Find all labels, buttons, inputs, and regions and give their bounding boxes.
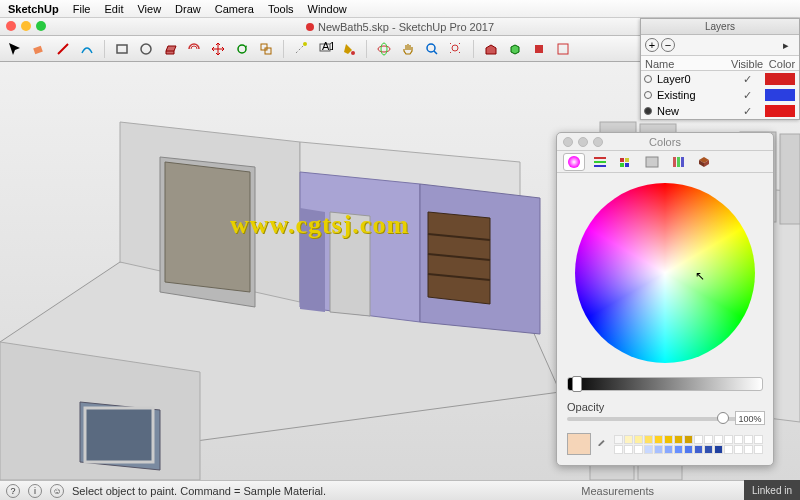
warehouse-tool[interactable]: [482, 40, 500, 58]
mini-swatch[interactable]: [664, 445, 673, 454]
opacity-thumb[interactable]: [717, 412, 729, 424]
help-icon[interactable]: ?: [6, 484, 20, 498]
eraser-tool[interactable]: [30, 40, 48, 58]
panel-min-icon[interactable]: [578, 137, 588, 147]
menu-window[interactable]: Window: [308, 3, 347, 15]
brightness-slider[interactable]: [567, 377, 763, 391]
opacity-value[interactable]: 100%: [735, 411, 765, 425]
layer-radio[interactable]: [641, 91, 655, 99]
mini-swatch[interactable]: [654, 445, 663, 454]
mini-swatch[interactable]: [714, 435, 723, 444]
layer-radio[interactable]: [641, 107, 655, 115]
tab-sliders[interactable]: [589, 153, 611, 171]
mini-swatch[interactable]: [694, 435, 703, 444]
mini-swatch[interactable]: [724, 445, 733, 454]
tab-pencils[interactable]: [667, 153, 689, 171]
rotate-tool[interactable]: [233, 40, 251, 58]
mini-swatch[interactable]: [674, 445, 683, 454]
rectangle-tool[interactable]: [113, 40, 131, 58]
minimize-icon[interactable]: [21, 21, 31, 31]
menu-camera[interactable]: Camera: [215, 3, 254, 15]
layer-row[interactable]: Existing✓: [641, 87, 799, 103]
mini-swatch[interactable]: [744, 445, 753, 454]
mini-swatch[interactable]: [694, 445, 703, 454]
panel-max-icon[interactable]: [593, 137, 603, 147]
menu-file[interactable]: File: [73, 3, 91, 15]
layers-menu-icon[interactable]: ▸: [777, 36, 795, 54]
swatch-grid[interactable]: [614, 435, 763, 454]
col-visible[interactable]: Visible: [729, 56, 765, 70]
paint-tool[interactable]: [340, 40, 358, 58]
mini-swatch[interactable]: [744, 435, 753, 444]
col-name[interactable]: Name: [641, 56, 729, 70]
maximize-icon[interactable]: [36, 21, 46, 31]
mini-swatch[interactable]: [754, 435, 763, 444]
tab-palettes[interactable]: [615, 153, 637, 171]
line-tool[interactable]: [54, 40, 72, 58]
zoom-extents-tool[interactable]: [447, 40, 465, 58]
orbit-tool[interactable]: [375, 40, 393, 58]
mini-swatch[interactable]: [704, 435, 713, 444]
mini-swatch[interactable]: [734, 435, 743, 444]
mini-swatch[interactable]: [724, 435, 733, 444]
layer-color-swatch[interactable]: [765, 73, 795, 85]
offset-tool[interactable]: [185, 40, 203, 58]
panel-close-icon[interactable]: [563, 137, 573, 147]
mini-swatch[interactable]: [624, 445, 633, 454]
color-wheel[interactable]: ↖: [575, 183, 755, 363]
mini-swatch[interactable]: [644, 445, 653, 454]
layout-tool[interactable]: [554, 40, 572, 58]
layer-color-swatch[interactable]: [765, 89, 795, 101]
mini-swatch[interactable]: [614, 445, 623, 454]
layer-row[interactable]: Layer0✓: [641, 71, 799, 87]
col-color[interactable]: Color: [765, 56, 799, 70]
pushpull-tool[interactable]: [161, 40, 179, 58]
brightness-thumb[interactable]: [572, 376, 582, 392]
current-color-swatch[interactable]: [567, 433, 591, 455]
user-icon[interactable]: ☺: [50, 484, 64, 498]
mini-swatch[interactable]: [704, 445, 713, 454]
mini-swatch[interactable]: [664, 435, 673, 444]
mini-swatch[interactable]: [684, 445, 693, 454]
menu-tools[interactable]: Tools: [268, 3, 294, 15]
tab-wheel[interactable]: [563, 153, 585, 171]
mini-swatch[interactable]: [754, 445, 763, 454]
mini-swatch[interactable]: [624, 435, 633, 444]
mini-swatch[interactable]: [714, 445, 723, 454]
scale-tool[interactable]: [257, 40, 275, 58]
tab-materials[interactable]: [693, 153, 715, 171]
menu-draw[interactable]: Draw: [175, 3, 201, 15]
layer-color-swatch[interactable]: [765, 105, 795, 117]
zoom-tool[interactable]: [423, 40, 441, 58]
remove-layer-button[interactable]: −: [661, 38, 675, 52]
mini-swatch[interactable]: [614, 435, 623, 444]
extension-tool[interactable]: [530, 40, 548, 58]
info-icon[interactable]: i: [28, 484, 42, 498]
tab-image[interactable]: [641, 153, 663, 171]
mini-swatch[interactable]: [634, 445, 643, 454]
tape-tool[interactable]: [292, 40, 310, 58]
layer-visible-check[interactable]: ✓: [729, 105, 765, 118]
mini-swatch[interactable]: [674, 435, 683, 444]
add-layer-button[interactable]: +: [645, 38, 659, 52]
layer-radio[interactable]: [641, 75, 655, 83]
mini-swatch[interactable]: [654, 435, 663, 444]
mini-swatch[interactable]: [684, 435, 693, 444]
text-tool[interactable]: A1: [316, 40, 334, 58]
circle-tool[interactable]: [137, 40, 155, 58]
menu-edit[interactable]: Edit: [104, 3, 123, 15]
mini-swatch[interactable]: [634, 435, 643, 444]
layer-visible-check[interactable]: ✓: [729, 73, 765, 86]
close-icon[interactable]: [6, 21, 16, 31]
move-tool[interactable]: [209, 40, 227, 58]
layer-row[interactable]: New✓: [641, 103, 799, 119]
component-tool[interactable]: [506, 40, 524, 58]
menu-view[interactable]: View: [137, 3, 161, 15]
mini-swatch[interactable]: [734, 445, 743, 454]
arc-tool[interactable]: [78, 40, 96, 58]
select-tool[interactable]: [6, 40, 24, 58]
pan-tool[interactable]: [399, 40, 417, 58]
layer-visible-check[interactable]: ✓: [729, 89, 765, 102]
mini-swatch[interactable]: [644, 435, 653, 444]
eyedropper-icon[interactable]: [595, 436, 606, 452]
